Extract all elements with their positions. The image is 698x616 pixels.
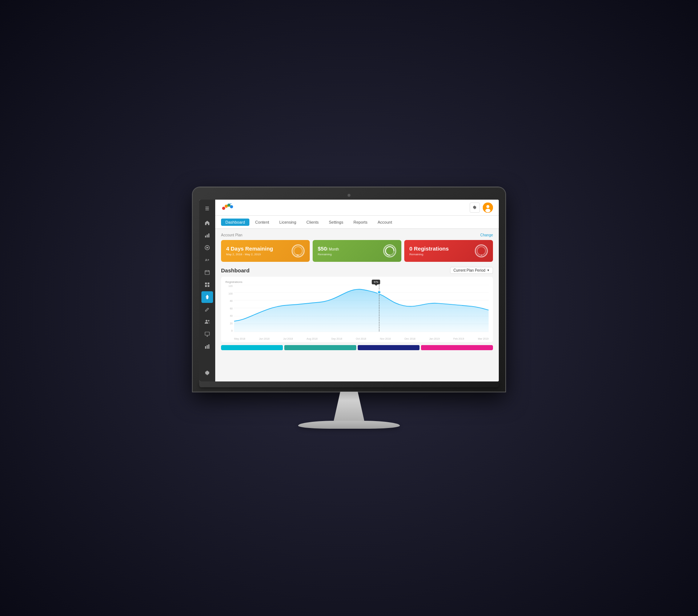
y-label-0: 0 bbox=[231, 329, 233, 332]
avatar[interactable] bbox=[483, 203, 493, 213]
bar-teal bbox=[284, 345, 356, 350]
desktop-icon[interactable] bbox=[201, 328, 213, 340]
svg-rect-20 bbox=[208, 344, 209, 349]
y-label-20: 20 bbox=[230, 322, 233, 325]
avatar-image bbox=[483, 203, 493, 213]
menu-icon[interactable]: ☰ bbox=[201, 203, 213, 214]
x-nov-2018: Nov 2018 bbox=[380, 337, 391, 340]
svg-point-32 bbox=[477, 247, 485, 255]
chart-y-axis: 120 100 80 60 40 20 0 bbox=[225, 285, 233, 332]
registrations-card: 0 Registrations Remaining bbox=[404, 240, 493, 262]
bar-pink bbox=[421, 345, 493, 350]
cost-text: $50/ Month Remaining bbox=[318, 246, 339, 256]
tab-licensing[interactable]: Licensing bbox=[275, 219, 300, 226]
registrations-title: 0 Registrations bbox=[409, 246, 449, 252]
period-selector[interactable]: Current Plan Period ▼ bbox=[450, 267, 493, 274]
x-jun-2018: Jun 2018 bbox=[259, 337, 270, 340]
days-remaining-text: 4 Days Remaining May 2, 2018 - May 2, 20… bbox=[226, 246, 273, 256]
home-icon[interactable] bbox=[201, 217, 213, 229]
tab-clients[interactable]: Clients bbox=[302, 219, 323, 226]
topbar bbox=[215, 200, 499, 216]
x-dec-2018: Dec 2018 bbox=[405, 337, 416, 340]
y-label-80: 80 bbox=[230, 300, 233, 302]
tab-reports[interactable]: Reports bbox=[349, 219, 372, 226]
svg-rect-1 bbox=[207, 235, 208, 237]
video-icon[interactable] bbox=[201, 242, 213, 253]
bar-chart-icon[interactable] bbox=[201, 341, 213, 352]
bottom-color-bars bbox=[221, 345, 493, 350]
svg-point-27 bbox=[485, 209, 490, 212]
chart-svg bbox=[234, 285, 489, 332]
calendar-icon[interactable] bbox=[201, 267, 213, 278]
period-arrow: ▼ bbox=[487, 269, 490, 272]
nav-tabs: Dashboard Content Licensing Clients Sett… bbox=[215, 216, 499, 229]
tab-account[interactable]: Account bbox=[373, 219, 397, 226]
svg-rect-11 bbox=[205, 285, 207, 287]
chart-container: Registrations 97k 120 100 80 60 40 bbox=[221, 277, 493, 342]
monitor-wrapper: ☰ A+ bbox=[193, 187, 505, 429]
x-sep-2018: Sep 2018 bbox=[331, 337, 342, 340]
svg-point-13 bbox=[206, 320, 208, 322]
monitor-body: ☰ A+ bbox=[193, 187, 505, 392]
y-label-120: 120 bbox=[228, 285, 233, 287]
svg-point-26 bbox=[486, 205, 489, 208]
x-aug-2018: Aug 2018 bbox=[306, 337, 317, 340]
change-plan-link[interactable]: Change bbox=[480, 233, 493, 237]
sidebar: ☰ A+ bbox=[199, 200, 215, 381]
days-remaining-title: 4 Days Remaining bbox=[226, 246, 273, 252]
cost-circle bbox=[383, 244, 396, 257]
monitor-chin bbox=[199, 381, 499, 387]
svg-point-21 bbox=[222, 207, 225, 210]
settings-gear-icon[interactable] bbox=[470, 203, 480, 213]
chart-x-axis: May 2018 Jun 2018 Jul 2018 Aug 2018 Sep … bbox=[234, 337, 489, 340]
svg-marker-4 bbox=[206, 247, 209, 249]
y-label-40: 40 bbox=[230, 315, 233, 317]
users-icon[interactable] bbox=[201, 316, 213, 328]
y-label-100: 100 bbox=[228, 292, 233, 295]
chart-y-label: Registrations bbox=[225, 280, 489, 284]
chart-tooltip: 97k bbox=[372, 280, 380, 284]
topbar-right bbox=[470, 203, 493, 213]
svg-point-28 bbox=[294, 247, 302, 255]
x-oct-2018: Oct 2018 bbox=[356, 337, 366, 340]
days-circle bbox=[292, 244, 305, 257]
svg-rect-12 bbox=[208, 285, 209, 287]
svg-rect-15 bbox=[205, 332, 209, 335]
account-plan-label: Account Plan bbox=[221, 233, 242, 237]
cost-card: $50/ Month Remaining bbox=[313, 240, 401, 262]
stand-base bbox=[298, 421, 400, 429]
y-label-60: 60 bbox=[230, 307, 233, 310]
tab-content[interactable]: Content bbox=[251, 219, 274, 226]
plugin-icon[interactable] bbox=[201, 291, 213, 303]
analytics-icon[interactable] bbox=[201, 229, 213, 241]
camera bbox=[348, 194, 350, 197]
svg-point-14 bbox=[208, 320, 209, 321]
registrations-subtitle: Remaining bbox=[409, 253, 449, 256]
text-resize-icon[interactable]: A+ bbox=[201, 254, 213, 266]
logo-icon bbox=[221, 203, 234, 213]
tab-dashboard[interactable]: Dashboard bbox=[221, 219, 249, 226]
main-content: Dashboard Content Licensing Clients Sett… bbox=[215, 200, 499, 381]
svg-rect-2 bbox=[208, 233, 209, 237]
edit-icon[interactable] bbox=[201, 304, 213, 315]
bar-navy bbox=[358, 345, 420, 350]
days-remaining-subtitle: May 2, 2018 - May 2, 2019 bbox=[226, 253, 273, 256]
tab-settings[interactable]: Settings bbox=[324, 219, 348, 226]
chart-area bbox=[234, 285, 489, 332]
svg-point-42 bbox=[377, 291, 381, 293]
svg-rect-10 bbox=[208, 283, 209, 284]
bar-cyan bbox=[221, 345, 283, 350]
content-area: Account Plan Change 4 Days Remaining May… bbox=[215, 229, 499, 381]
x-mar-2019: Mar 2019 bbox=[478, 337, 489, 340]
registrations-text: 0 Registrations Remaining bbox=[409, 246, 449, 256]
stand-neck bbox=[327, 392, 371, 421]
grid-icon[interactable] bbox=[201, 279, 213, 291]
registrations-circle bbox=[475, 244, 488, 257]
dashboard-title: Dashboard bbox=[221, 267, 249, 273]
account-plan-header: Account Plan Change bbox=[221, 233, 493, 237]
x-jan-2019: Jan 2019 bbox=[429, 337, 440, 340]
svg-point-24 bbox=[230, 205, 233, 208]
plan-cards: 4 Days Remaining May 2, 2018 - May 2, 20… bbox=[221, 240, 493, 262]
cost-title: $50/ Month bbox=[318, 246, 339, 252]
gear-icon[interactable] bbox=[201, 367, 213, 379]
